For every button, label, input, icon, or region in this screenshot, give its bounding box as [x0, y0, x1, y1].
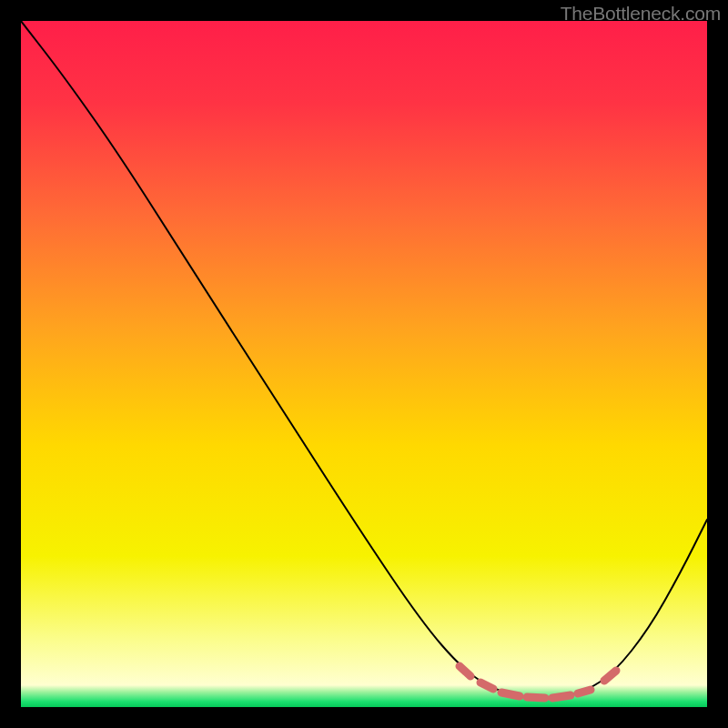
fit-zone-dash	[501, 693, 520, 696]
fit-zone-dash	[578, 690, 591, 693]
fit-zone-dash	[527, 697, 545, 698]
fit-zone-dash	[552, 695, 571, 698]
heatmap-background	[21, 21, 707, 707]
bottleneck-plot	[21, 21, 707, 707]
watermark-text: TheBottleneck.com	[561, 3, 721, 25]
chart-stage: TheBottleneck.com	[0, 0, 728, 728]
fit-zone-dash	[480, 682, 493, 689]
